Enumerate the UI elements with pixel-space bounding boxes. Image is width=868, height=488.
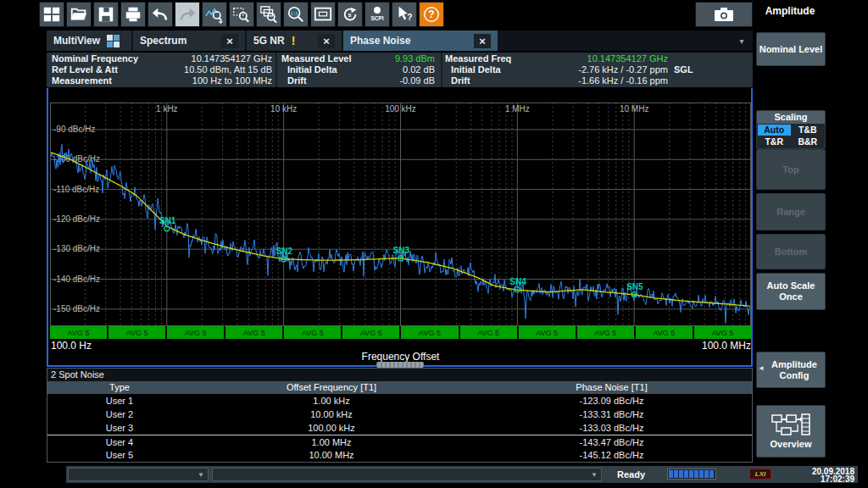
spot-cell-noise: -133.03 dBc/Hz — [471, 421, 752, 435]
progress-segment — [699, 470, 704, 478]
progress-segment — [709, 470, 714, 478]
undo-icon[interactable] — [147, 2, 173, 27]
softkey-top: Top — [756, 149, 826, 190]
open-file-icon[interactable] — [66, 2, 92, 27]
dropdown-arrow-icon: ▼ — [591, 471, 598, 479]
svg-text:100 kHz: 100 kHz — [385, 104, 416, 114]
status-dropdown-left[interactable]: ▼ — [68, 468, 209, 481]
avg-segment: AVG 5 — [577, 326, 634, 339]
save-icon[interactable] — [93, 2, 119, 27]
column-header-offset: Offset Frequency [T1] — [192, 381, 471, 394]
spot-cell-type: User 5 — [47, 448, 192, 462]
avg-segment: AVG 5 — [401, 326, 458, 339]
scaling-option-auto[interactable]: Auto — [758, 125, 791, 136]
svg-text:-140 dBc/Hz: -140 dBc/Hz — [53, 274, 100, 284]
phase-noise-plot[interactable]: 1 kHz10 kHz100 kHz1 MHz10 MHz-90 dBc/Hz-… — [50, 103, 751, 326]
screenshot-camera-button[interactable] — [695, 2, 753, 27]
progress-segment — [674, 470, 678, 478]
avg-segment: AVG 5 — [284, 326, 341, 339]
single-sweep-badge: SGL — [674, 64, 693, 75]
tab-multiview[interactable]: MultiView — [47, 30, 131, 51]
tab-spectrum[interactable]: Spectrum × — [133, 30, 245, 51]
x-axis-stop-label: 100.0 MHz — [593, 340, 751, 352]
tab-phase-noise[interactable]: Phase Noise × — [343, 30, 498, 51]
spot-cell-offset: 10.00 MHz — [192, 448, 471, 462]
print-icon[interactable] — [120, 2, 146, 27]
warning-icon: ! — [292, 34, 296, 47]
windows-logo-icon[interactable] — [39, 2, 64, 27]
header-label: Initial Delta — [281, 64, 337, 75]
tab-bar: MultiView Spectrum × 5G NR ! × Phase Noi… — [47, 30, 753, 51]
softkey-overview[interactable]: Overview — [756, 405, 826, 458]
softkey-amplitude-config[interactable]: Amplitude Config — [756, 352, 826, 388]
overview-flowchart-icon — [771, 413, 810, 437]
spot-noise-row[interactable]: User 11.00 kHz-123.09 dBc/Hz — [47, 394, 752, 408]
display-frame-icon[interactable] — [310, 2, 336, 27]
scaling-option-br[interactable]: B&R — [792, 136, 825, 147]
zoom-selection-icon[interactable] — [229, 2, 254, 27]
close-icon[interactable]: × — [221, 34, 238, 48]
collapse-menu-icon[interactable]: ◄ — [758, 364, 765, 372]
close-icon[interactable]: × — [318, 34, 335, 48]
header-value: 100 Hz to 100 MHz — [192, 75, 272, 86]
svg-text:?: ? — [428, 8, 434, 20]
header-divider — [275, 53, 277, 87]
toolbar: 1:1 s SCPI ? ? — [39, 2, 444, 27]
spot-noise-row[interactable]: User 210.00 kHz-133.31 dBc/Hz — [47, 408, 752, 421]
spot-cell-type: User 3 — [47, 421, 192, 435]
header-column-2: Measured Level9.93 dBm Initial Delta0.02… — [281, 53, 435, 86]
header-label: Measurement — [52, 75, 112, 86]
scpi-icon[interactable]: SCPI — [364, 2, 390, 27]
header-value: 10.147354127 GHz — [192, 53, 272, 64]
tab-5g-nr[interactable]: 5G NR ! × — [247, 30, 342, 51]
progress-segment — [689, 470, 693, 478]
marker-label-SN3: SN3 — [393, 246, 410, 255]
tab-label: 5G NR — [253, 35, 285, 47]
header-label: Measured Level — [281, 53, 352, 64]
dropdown-arrow-icon: ▼ — [198, 471, 204, 479]
scaling-option-tr[interactable]: T&R — [758, 136, 791, 147]
spot-noise-row[interactable]: User 41.00 MHz-143.47 dBc/Hz — [47, 435, 752, 448]
softkey-auto-scale-once[interactable]: Auto Scale Once — [756, 273, 826, 310]
multi-window-zoom-icon[interactable] — [256, 2, 281, 27]
svg-text:-120 dBc/Hz: -120 dBc/Hz — [53, 214, 100, 224]
spot-cell-noise: -133.31 dBc/Hz — [471, 408, 752, 421]
zoom-trace-icon[interactable] — [202, 2, 227, 27]
help-icon[interactable]: ? — [419, 2, 444, 27]
marker-label-SN1: SN1 — [159, 216, 176, 225]
window-splitter-handle[interactable] — [376, 362, 424, 368]
header-value: -2.76 kHz / -0.27 ppm — [578, 64, 668, 75]
marker-label-SN5: SN5 — [626, 282, 643, 291]
multiview-grid-icon — [107, 35, 120, 47]
avg-segment: AVG 5 — [694, 326, 751, 339]
sync-icon[interactable]: s — [337, 2, 363, 27]
status-dropdown-message[interactable]: ▼ — [212, 468, 602, 481]
header-value: -0.09 dB — [399, 75, 435, 86]
svg-text:-110 dBc/Hz: -110 dBc/Hz — [53, 185, 99, 194]
window-title: 2 Spot Noise — [47, 369, 752, 381]
header-value: 9.93 dBm — [395, 53, 435, 64]
spot-noise-row[interactable]: User 3100.00 kHz-133.03 dBc/Hz — [47, 421, 752, 435]
softkey-nominal-level[interactable]: Nominal Level — [756, 32, 826, 66]
context-help-icon[interactable]: ? — [392, 2, 417, 27]
zoom-1to1-icon[interactable]: 1:1 — [283, 2, 309, 27]
svg-text:1 kHz: 1 kHz — [156, 104, 178, 114]
svg-text:-150 dBc/Hz: -150 dBc/Hz — [53, 304, 100, 313]
softkey-menu-title: Amplitude — [754, 5, 826, 17]
spot-noise-row[interactable]: User 510.00 MHz-145.12 dBc/Hz — [47, 448, 752, 462]
spot-cell-type: User 4 — [47, 435, 192, 449]
progress-segment — [679, 470, 683, 478]
avg-segment: AVG 5 — [167, 326, 224, 339]
tab-label: Spectrum — [140, 35, 186, 47]
softkey-label: Overview — [771, 439, 812, 450]
softkey-bottom: Bottom — [756, 234, 826, 269]
x-axis-start-label: 100.0 Hz — [51, 340, 92, 352]
date-time: 20.09.2018 17:02:39 — [780, 467, 854, 483]
marker-label-SN2: SN2 — [276, 247, 293, 256]
tab-list-dropdown[interactable]: ▾ — [731, 30, 753, 51]
avg-segment: AVG 5 — [108, 326, 165, 339]
close-icon[interactable]: × — [474, 34, 491, 48]
avg-segment: AVG 5 — [342, 326, 399, 339]
scaling-option-tb[interactable]: T&B — [792, 125, 825, 136]
tab-label: MultiView — [53, 35, 100, 47]
